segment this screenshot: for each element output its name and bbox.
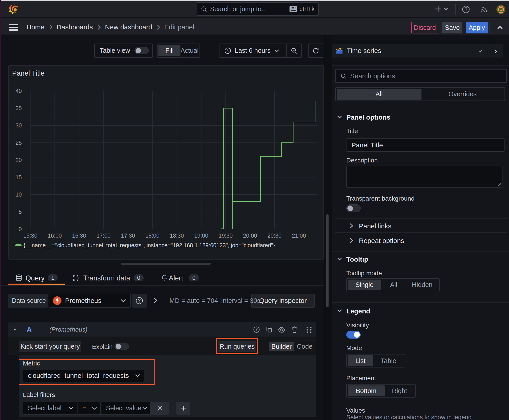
svg-text:19:00: 19:00 <box>194 232 208 239</box>
svg-text:16:00: 16:00 <box>48 232 62 239</box>
svg-text:20:30: 20:30 <box>267 232 282 239</box>
svg-text:35: 35 <box>15 105 22 111</box>
svg-text:19:30: 19:30 <box>219 232 233 239</box>
svg-text:10: 10 <box>15 191 22 198</box>
svg-text:16:30: 16:30 <box>72 232 86 239</box>
svg-text:15: 15 <box>15 174 22 180</box>
svg-text:20:00: 20:00 <box>243 232 257 239</box>
svg-text:0: 0 <box>19 226 22 232</box>
svg-text:17:00: 17:00 <box>97 232 111 239</box>
svg-text:18:30: 18:30 <box>170 232 184 239</box>
svg-text:17:30: 17:30 <box>121 232 135 239</box>
svg-text:5: 5 <box>19 209 22 215</box>
svg-text:21:00: 21:00 <box>292 232 306 239</box>
svg-text:25: 25 <box>15 140 22 146</box>
svg-text:{__name__="cloudflared_tunnel_: {__name__="cloudflared_tunnel_total_requ… <box>23 242 275 248</box>
svg-text:20: 20 <box>15 157 22 163</box>
svg-text:15:30: 15:30 <box>23 232 38 239</box>
svg-text:30: 30 <box>15 122 22 128</box>
svg-text:40: 40 <box>15 88 22 94</box>
svg-text:18:00: 18:00 <box>145 232 160 239</box>
